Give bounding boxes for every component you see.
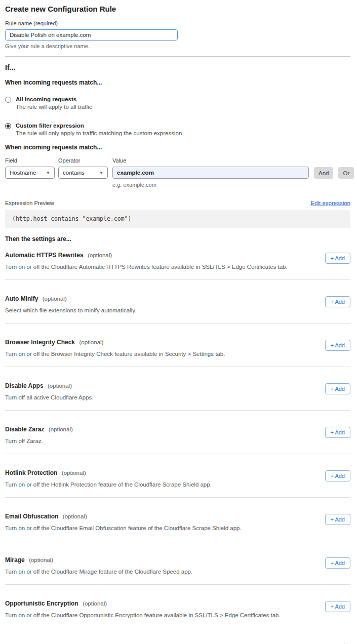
incoming-requests-match-heading: When incoming requests match... <box>5 79 350 86</box>
setting-name: Disable Zaraz <box>5 426 44 433</box>
expression-preview-code: (http.host contains "example.com") <box>12 215 131 222</box>
setting-name: Email Obfuscation <box>5 513 58 520</box>
radio-option-label: All incoming requests <box>16 96 92 102</box>
or-button[interactable]: Or <box>338 167 354 179</box>
setting-name: Disable Apps <box>5 382 44 389</box>
setting-description: Turn on or off the Browser Integrity Che… <box>5 351 225 357</box>
setting-description: Turn off Zaraz. <box>5 438 73 444</box>
value-input[interactable] <box>112 167 309 179</box>
value-hint: e.g. example.com <box>112 182 309 188</box>
add-setting-button[interactable]: + Add <box>325 470 350 481</box>
setting-row: Browser Integrity Check (optional) Turn … <box>5 324 350 367</box>
setting-name: Automatic HTTPS Rewrites <box>5 252 84 259</box>
rule-name-help: Give your rule a descriptive name. <box>5 43 350 49</box>
setting-row: Email Obfuscation (optional) Turn on or … <box>5 498 350 541</box>
setting-description: Turn on or off the Hotlink Protection fe… <box>5 481 212 488</box>
settings-list: Automatic HTTPS Rewrites (optional) Turn… <box>5 243 350 628</box>
setting-description: Turn on or off the Cloudflare Mirage fea… <box>5 569 192 575</box>
setting-row: Disable Zaraz (optional) Turn off Zaraz.… <box>5 411 350 454</box>
setting-section-polish: Polish (optional) ✕ Change the settings … <box>5 628 350 644</box>
field-select[interactable]: Hostname ▼ <box>5 167 55 179</box>
rule-name-input[interactable] <box>5 29 178 41</box>
setting-optional-label: (optional) <box>83 600 107 607</box>
setting-optional-label: (optional) <box>43 296 67 302</box>
setting-row: Disable Apps (optional) Turn off all act… <box>5 367 350 411</box>
divider <box>5 56 350 57</box>
setting-optional-label: (optional) <box>49 426 73 432</box>
add-setting-button[interactable]: + Add <box>325 253 350 264</box>
operator-label: Operator <box>58 157 108 164</box>
setting-description: Turn off all active Cloudflare Apps. <box>5 394 94 400</box>
expression-preview-label: Expression Preview <box>5 200 54 206</box>
setting-optional-label: (optional) <box>48 383 72 389</box>
rule-name-label: Rule name (required) <box>5 20 350 26</box>
radio-unselected-icon[interactable] <box>5 97 11 103</box>
add-setting-button[interactable]: + Add <box>325 557 350 569</box>
field-label: Field <box>5 157 55 164</box>
add-setting-button[interactable]: + Add <box>325 296 350 307</box>
setting-name: Auto Minify <box>5 295 38 302</box>
add-setting-button[interactable]: + Add <box>325 427 350 438</box>
setting-optional-label: (optional) <box>80 339 104 345</box>
setting-optional-label: (optional) <box>88 252 112 258</box>
value-label: Value <box>112 157 309 164</box>
setting-description: Turn on or off the Cloudflare Automatic … <box>5 264 288 270</box>
expression-builder-row: Field Hostname ▼ Operator contains ▼ Val… <box>5 151 350 188</box>
setting-description: Turn on or off the Cloudflare Email Obfu… <box>5 525 242 531</box>
chevron-down-icon: ▼ <box>99 171 103 175</box>
operator-select-value: contains <box>63 170 85 176</box>
operator-select[interactable]: contains ▼ <box>58 167 108 179</box>
add-setting-button[interactable]: + Add <box>325 340 350 351</box>
setting-row: Opportunistic Encryption (optional) Turn… <box>5 585 350 628</box>
add-setting-button[interactable]: + Add <box>325 383 350 394</box>
radio-option-description: The rule will apply to all traffic <box>16 104 92 110</box>
setting-row: Auto Minify (optional) Select which file… <box>5 280 350 324</box>
edit-expression-link[interactable]: Edit expression <box>310 200 350 206</box>
add-setting-button[interactable]: + Add <box>325 601 350 612</box>
setting-name: Hotlink Protection <box>5 469 57 476</box>
radio-option-all-incoming-requests[interactable]: All incoming requests The rule will appl… <box>5 96 350 110</box>
setting-description: Select which file extensions to minify a… <box>5 307 136 313</box>
and-button[interactable]: And <box>314 167 333 179</box>
add-setting-button[interactable]: + Add <box>325 514 350 525</box>
setting-row: Mirage (optional) Turn on or off the Clo… <box>5 541 350 585</box>
field-select-value: Hostname <box>10 170 36 176</box>
radio-option-description: The rule will only apply to traffic matc… <box>16 130 182 136</box>
expression-preview-box: (http.host contains "example.com") <box>5 210 350 228</box>
chevron-down-icon: ▼ <box>46 171 50 175</box>
radio-selected-icon[interactable] <box>5 123 11 129</box>
if-heading: If... <box>5 63 350 71</box>
setting-optional-label: (optional) <box>62 470 86 476</box>
setting-name: Mirage <box>5 556 25 564</box>
page-title: Create new Configuration Rule <box>5 5 350 13</box>
setting-name: Browser Integrity Check <box>5 339 75 346</box>
setting-name: Opportunistic Encryption <box>5 600 78 607</box>
radio-option-custom-filter-expression[interactable]: Custom filter expression The rule will o… <box>5 123 350 136</box>
expression-builder-heading: When incoming requests match... <box>5 144 350 151</box>
setting-description: Turn on or off the Cloudflare Opportunis… <box>5 612 281 618</box>
radio-option-label: Custom filter expression <box>16 123 182 129</box>
setting-optional-label: (optional) <box>29 557 53 563</box>
then-settings-heading: Then the settings are... <box>5 235 350 243</box>
setting-row: Hotlink Protection (optional) Turn on or… <box>5 454 350 498</box>
setting-optional-label: (optional) <box>63 513 87 519</box>
setting-row: Automatic HTTPS Rewrites (optional) Turn… <box>5 243 350 280</box>
create-config-rule-page: Create new Configuration Rule Rule name … <box>0 0 357 644</box>
